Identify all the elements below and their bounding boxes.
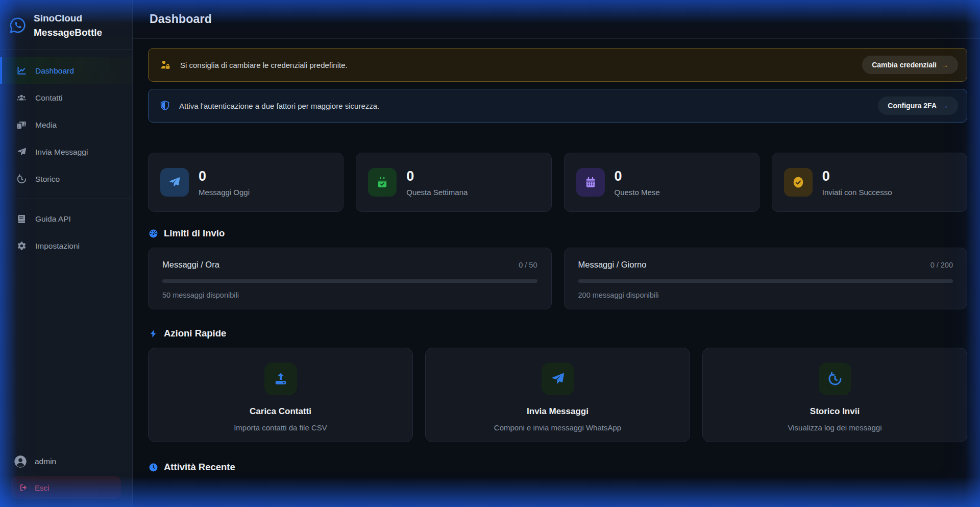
banner-text: Attiva l'autenticazione a due fattori pe… bbox=[179, 102, 878, 110]
paper-plane-icon bbox=[16, 147, 27, 157]
sidebar-item-dashboard[interactable]: Dashboard bbox=[0, 57, 132, 84]
limit-card-giorno: Messaggi / Giorno 0 / 200 200 messaggi d… bbox=[564, 248, 968, 309]
limit-title: Messaggi / Ora bbox=[162, 260, 219, 270]
sidebar-item-invia-messaggi[interactable]: Invia Messaggi bbox=[0, 138, 132, 165]
limit-top: Messaggi / Ora 0 / 50 bbox=[162, 260, 537, 270]
sidebar-item-contatti[interactable]: Contatti bbox=[0, 84, 132, 111]
limit-top: Messaggi / Giorno 0 / 200 bbox=[578, 260, 953, 270]
quick-action-invia-messaggi[interactable]: Invia Messaggi Componi e invia messaggi … bbox=[425, 348, 690, 442]
limit-ratio: 0 / 50 bbox=[519, 261, 537, 269]
app-title: SinoCloud MessageBottle bbox=[34, 11, 102, 39]
clock-icon bbox=[149, 463, 158, 472]
section-title: Azioni Rapide bbox=[164, 328, 226, 339]
sidebar-item-label: Dashboard bbox=[35, 66, 74, 76]
sidebar-item-label: Media bbox=[35, 120, 57, 130]
sidebar-item-label: Impostazioni bbox=[35, 242, 80, 251]
primary-nav: Dashboard Contatti bbox=[0, 50, 132, 259]
user-avatar-icon bbox=[13, 454, 28, 469]
credentials-warning-banner: Si consiglia di cambiare le credenziali … bbox=[148, 48, 967, 82]
stat-label: Questa Settimana bbox=[406, 188, 468, 197]
chart-line-icon bbox=[16, 66, 27, 76]
sidebar-item-storico[interactable]: Storico bbox=[0, 165, 132, 192]
calendar-check-icon bbox=[368, 168, 397, 197]
history-icon bbox=[16, 174, 27, 184]
quick-actions-row: Carica Contatti Importa contatti da file… bbox=[148, 348, 967, 442]
user-row: admin bbox=[11, 454, 121, 469]
quick-action-carica-contatti[interactable]: Carica Contatti Importa contatti da file… bbox=[148, 348, 413, 442]
recent-activity-heading: Attività Recente bbox=[149, 462, 967, 473]
progress-bar bbox=[162, 279, 537, 283]
calendar-days-icon bbox=[576, 168, 605, 197]
content: Si consiglia di cambiare le credenziali … bbox=[133, 39, 980, 507]
sidebar-user-block: admin Esci bbox=[0, 447, 132, 507]
section-title: Limiti di Invio bbox=[164, 228, 225, 239]
sidebar-item-media[interactable]: Media bbox=[0, 111, 132, 138]
two-factor-banner: Attiva l'autenticazione a due fattori pe… bbox=[148, 89, 967, 123]
stat-card-questo-mese: 0 Questo Mese bbox=[564, 153, 760, 212]
users-icon bbox=[16, 93, 27, 103]
topbar: Dashboard bbox=[133, 0, 980, 39]
stats-row: 0 Messaggi Oggi 0 Questa Settiman bbox=[148, 153, 967, 212]
stat-card-inviati-con-successo: 0 Inviati con Successo bbox=[772, 153, 967, 212]
stat-card-questa-settimana: 0 Questa Settimana bbox=[356, 153, 551, 212]
stat-body: 0 Questo Mese bbox=[615, 168, 660, 197]
bolt-icon bbox=[149, 329, 158, 339]
quick-action-storico-invii[interactable]: Storico Invii Visualizza log dei messagg… bbox=[702, 348, 967, 442]
sidebar-divider bbox=[13, 199, 132, 199]
logout-button[interactable]: Esci bbox=[11, 476, 121, 499]
stat-card-messaggi-oggi: 0 Messaggi Oggi bbox=[148, 153, 344, 212]
quick-action-title: Carica Contatti bbox=[149, 406, 412, 417]
shield-icon bbox=[159, 100, 170, 112]
stat-label: Questo Mese bbox=[615, 188, 660, 197]
section-title: Attività Recente bbox=[164, 462, 235, 473]
banner-text: Si consiglia di cambiare le credenziali … bbox=[180, 61, 862, 69]
limits-row: Messaggi / Ora 0 / 50 50 messaggi dispon… bbox=[148, 248, 967, 309]
stat-value: 0 bbox=[406, 168, 468, 184]
sidebar-item-guida-api[interactable]: Guida API bbox=[0, 205, 132, 232]
stat-body: 0 Messaggi Oggi bbox=[199, 168, 250, 197]
main-area: Dashboard Si consiglia di cambiare le cr… bbox=[133, 0, 980, 507]
limits-heading: Limiti di Invio bbox=[149, 228, 967, 239]
stat-body: 0 Questa Settimana bbox=[406, 168, 468, 197]
book-icon bbox=[16, 214, 27, 224]
limit-ratio: 0 / 200 bbox=[930, 261, 953, 269]
logout-icon bbox=[19, 483, 28, 492]
sidebar-item-label: Invia Messaggi bbox=[35, 148, 88, 157]
gauge-icon bbox=[149, 229, 158, 238]
sidebar-item-label: Guida API bbox=[35, 214, 71, 224]
paper-plane-icon bbox=[542, 363, 574, 395]
configura-2fa-button[interactable]: Configura 2FA → bbox=[878, 96, 958, 115]
brand-line1: SinoCloud bbox=[34, 11, 102, 26]
stat-label: Messaggi Oggi bbox=[199, 188, 250, 197]
history-icon bbox=[819, 363, 851, 395]
logout-label: Esci bbox=[35, 484, 49, 492]
stat-value: 0 bbox=[199, 168, 250, 184]
photo-film-icon bbox=[16, 120, 27, 130]
sidebar-spacer bbox=[0, 259, 132, 447]
arrow-right-icon: → bbox=[941, 61, 948, 69]
stat-label: Inviati con Successo bbox=[822, 188, 892, 197]
limit-note: 200 messaggi disponibili bbox=[578, 291, 953, 299]
brand-line2: MessageBottle bbox=[34, 26, 102, 40]
username: admin bbox=[35, 457, 56, 466]
page-title: Dashboard bbox=[150, 12, 212, 26]
sidebar-item-label: Storico bbox=[35, 175, 60, 184]
limit-card-ora: Messaggi / Ora 0 / 50 50 messaggi dispon… bbox=[148, 248, 552, 309]
check-circle-icon bbox=[784, 168, 813, 197]
arrow-right-icon: → bbox=[941, 102, 948, 110]
progress-bar bbox=[578, 279, 953, 283]
quick-action-subtitle: Componi e invia messaggi WhatsApp bbox=[426, 423, 690, 432]
upload-icon bbox=[264, 363, 297, 395]
sidebar-item-impostazioni[interactable]: Impostazioni bbox=[0, 232, 132, 259]
quick-actions-heading: Azioni Rapide bbox=[149, 328, 967, 339]
stat-value: 0 bbox=[822, 168, 892, 184]
sidebar: SinoCloud MessageBottle Dashboard Co bbox=[0, 0, 133, 507]
stat-body: 0 Inviati con Successo bbox=[822, 168, 892, 197]
gear-icon bbox=[16, 241, 27, 251]
whatsapp-logo-icon bbox=[8, 16, 27, 35]
cambia-credenziali-button[interactable]: Cambia credenziali → bbox=[862, 56, 958, 74]
quick-action-title: Storico Invii bbox=[703, 406, 967, 417]
app-brand: SinoCloud MessageBottle bbox=[0, 0, 132, 50]
paper-plane-icon bbox=[160, 168, 189, 197]
button-label: Configura 2FA bbox=[888, 102, 937, 110]
